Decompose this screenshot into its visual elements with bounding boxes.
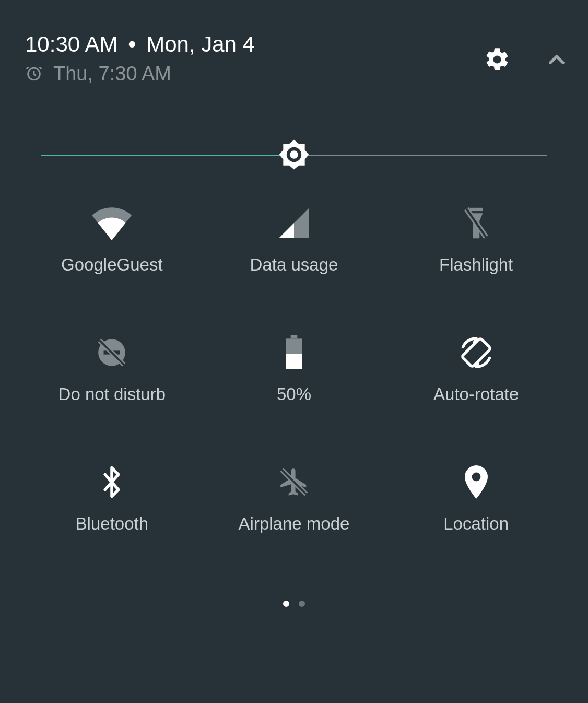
svg-marker-4 (279, 223, 294, 238)
pager-dot-0[interactable] (283, 601, 289, 607)
alarm-time-label: Thu, 7:30 AM (53, 64, 171, 84)
brightness-fill (41, 155, 294, 156)
quick-settings-panel: 10:30 AM • Mon, Jan 4 Thu, 7:30 AM (0, 0, 588, 703)
gear-icon (484, 46, 511, 75)
svg-rect-5 (469, 208, 483, 211)
location-icon (464, 465, 489, 499)
tile-airplane-mode[interactable]: Airplane mode (239, 465, 350, 534)
wifi-icon (91, 206, 133, 240)
collapse-button[interactable] (544, 47, 569, 74)
status-header: 10:30 AM • Mon, Jan 4 Thu, 7:30 AM (25, 33, 255, 84)
tile-airplane-mode-label: Airplane mode (239, 514, 350, 534)
tile-auto-rotate[interactable]: Auto-rotate (433, 335, 519, 404)
tile-wifi[interactable]: GoogleGuest (61, 206, 162, 275)
brightness-icon (278, 163, 310, 172)
pager (0, 601, 588, 607)
svg-rect-13 (291, 335, 298, 338)
tile-location[interactable]: Location (443, 465, 509, 534)
bluetooth-icon (100, 465, 123, 499)
flashlight-off-icon (463, 206, 489, 240)
clock-time: 10:30 AM (25, 33, 117, 55)
chevron-up-icon (544, 47, 569, 74)
tile-flashlight[interactable]: Flashlight (439, 206, 513, 275)
tile-bluetooth-label: Bluetooth (76, 514, 148, 534)
tile-data-usage[interactable]: Data usage (250, 206, 338, 275)
tile-battery[interactable]: 50% (277, 335, 311, 404)
auto-rotate-icon (457, 335, 495, 370)
tiles-grid: GoogleGuest Data usage Flashlight (21, 206, 567, 534)
svg-rect-15 (286, 354, 302, 369)
settings-button[interactable] (484, 46, 511, 75)
tile-auto-rotate-label: Auto-rotate (433, 384, 519, 404)
alarm-icon (25, 64, 43, 84)
header-actions (484, 46, 569, 75)
battery-icon (285, 335, 303, 370)
airplane-off-icon (278, 465, 310, 499)
tile-data-usage-label: Data usage (250, 255, 338, 275)
status-header-top: 10:30 AM • Mon, Jan 4 (25, 33, 255, 55)
clock-date: Mon, Jan 4 (146, 33, 255, 55)
tile-bluetooth[interactable]: Bluetooth (76, 465, 148, 534)
svg-point-2 (288, 149, 300, 160)
brightness-thumb[interactable] (278, 138, 310, 173)
tile-dnd-label: Do not disturb (58, 384, 166, 404)
dnd-off-icon (96, 335, 128, 370)
tile-flashlight-label: Flashlight (439, 255, 513, 275)
tile-do-not-disturb[interactable]: Do not disturb (58, 335, 166, 404)
alarm-row[interactable]: Thu, 7:30 AM (25, 64, 255, 84)
tile-wifi-label: GoogleGuest (61, 255, 162, 275)
tile-battery-label: 50% (277, 384, 311, 404)
brightness-slider[interactable] (41, 140, 547, 171)
cellular-icon (279, 206, 309, 240)
tile-location-label: Location (443, 514, 509, 534)
pager-dot-1[interactable] (299, 601, 305, 607)
